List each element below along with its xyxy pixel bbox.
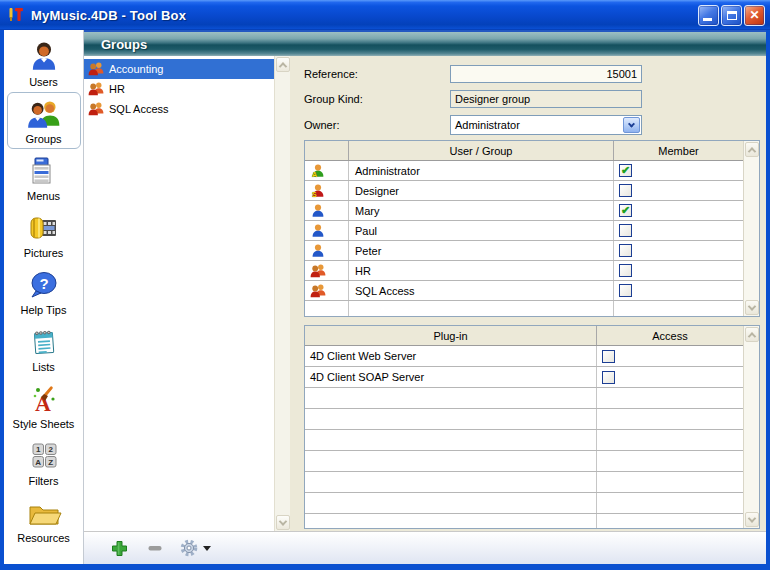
help-tips-icon: ? [27,267,61,303]
group-list-item[interactable]: SQL Access [84,99,274,119]
sidebar-item-pictures[interactable]: Pictures [7,206,81,263]
member-checkbox[interactable]: ✔ [619,284,632,297]
scroll-down-button[interactable] [745,300,759,315]
sidebar-item-style-sheets[interactable]: A Style Sheets [7,377,81,434]
minus-icon [147,540,163,556]
svg-text:?: ? [39,275,48,292]
member-checkbox[interactable]: ✔ [619,204,632,217]
group-list-item[interactable]: Accounting [84,59,274,79]
column-header-user-group: User / Group [349,141,614,160]
group-name: SQL Access [109,103,169,115]
access-checkbox[interactable]: ✔ [602,350,615,363]
group-icon [88,101,104,117]
sidebar-item-label: Filters [29,475,59,487]
member-row[interactable]: Mary ✔ [305,201,743,221]
member-name: Designer [349,181,614,200]
member-row[interactable]: A Administrator ✔ [305,161,743,181]
sidebar-item-resources[interactable]: Resources [7,491,81,548]
window-body: Users Groups [4,30,766,564]
groups-list-scrollbar[interactable] [274,56,290,531]
scroll-down-button[interactable] [276,515,290,530]
user-icon [310,223,326,239]
resources-icon [26,495,62,531]
group-kind-field[interactable]: Designer group [450,90,642,108]
remove-group-button[interactable] [143,536,167,560]
groups-list-panel: Accounting HR SQL Access [84,56,290,531]
plus-icon [111,540,128,557]
sidebar-item-lists[interactable]: Lists [7,320,81,377]
actions-menu-button[interactable] [179,538,211,558]
member-checkbox[interactable]: ✔ [619,224,632,237]
chevron-down-icon[interactable] [623,117,640,133]
minimize-button[interactable] [698,5,719,26]
svg-text:2: 2 [48,445,53,454]
add-group-button[interactable] [107,536,131,560]
owner-value: Administrator [452,119,520,131]
owner-label: Owner: [304,119,450,131]
member-name: SQL Access [349,281,614,300]
window-title: MyMusic.4DB - Tool Box [31,8,698,23]
access-checkbox[interactable]: ✔ [602,371,615,384]
plugins-table-header: Plug-in Access [305,326,743,346]
group-detail-panel: Reference: 15001 Group Kind: Designer gr… [290,56,766,531]
scroll-up-button[interactable] [745,142,759,157]
member-name: Paul [349,221,614,240]
sidebar-item-label: Users [29,76,58,88]
bottom-toolbar [84,531,766,564]
plugin-row[interactable]: 4D Client SOAP Server ✔ [305,367,743,388]
sidebar-item-label: Pictures [24,247,64,259]
svg-text:A: A [35,458,41,467]
reference-field[interactable]: 15001 [450,65,642,83]
reference-value: 15001 [606,68,637,80]
member-row[interactable]: SQL Access ✔ [305,281,743,301]
scroll-down-button[interactable] [745,512,759,527]
member-row[interactable]: Peter ✔ [305,241,743,261]
sidebar-item-help-tips[interactable]: ? Help Tips [7,263,81,320]
sidebar-item-label: Menus [27,190,60,202]
group-icon [88,81,104,97]
group-kind-label: Group Kind: [304,93,450,105]
user-badge: S [312,191,317,198]
members-table: User / Group Member A Administrator ✔ S … [304,140,760,317]
members-table-scrollbar[interactable] [743,141,759,316]
toolbox-icon [7,6,25,24]
filters-icon: 12 AZ [28,438,60,474]
section-header: Groups [84,30,766,56]
maximize-button[interactable] [721,5,742,26]
group-icon [310,283,326,299]
pictures-icon [27,210,61,246]
member-row[interactable]: S Designer ✔ [305,181,743,201]
section-title: Groups [101,37,147,52]
style-sheets-icon: A [27,381,61,417]
sidebar-item-groups[interactable]: Groups [7,92,81,149]
member-checkbox[interactable]: ✔ [619,244,632,257]
group-icon [88,61,104,77]
member-checkbox[interactable]: ✔ [619,184,632,197]
lists-icon [28,324,60,360]
groups-list: Accounting HR SQL Access [84,56,274,531]
member-row[interactable]: HR ✔ [305,261,743,281]
close-button[interactable]: ✕ [744,5,765,26]
sidebar-item-menus[interactable]: Menus [7,149,81,206]
plugins-table-scrollbar[interactable] [743,326,759,528]
member-checkbox[interactable]: ✔ [619,164,632,177]
member-row[interactable]: Paul ✔ [305,221,743,241]
dropdown-arrow-icon [203,546,211,551]
sidebar-item-filters[interactable]: 12 AZ Filters [7,434,81,491]
title-bar[interactable]: MyMusic.4DB - Tool Box ✕ [0,0,770,30]
main-area: Groups Accounting HR [84,30,766,564]
scroll-up-button[interactable] [276,57,290,72]
plugin-name: 4D Client SOAP Server [305,367,597,387]
owner-select[interactable]: Administrator [450,115,642,135]
member-checkbox[interactable]: ✔ [619,264,632,277]
plugin-row[interactable]: 4D Client Web Server ✔ [305,346,743,367]
menus-icon [29,153,59,189]
sidebar-item-users[interactable]: Users [7,35,81,92]
plugins-table: Plug-in Access 4D Client Web Server ✔ 4D… [304,325,760,529]
member-name: Peter [349,241,614,260]
gear-icon [179,538,199,558]
column-header-plugin: Plug-in [305,326,597,345]
member-name: Mary [349,201,614,220]
group-list-item[interactable]: HR [84,79,274,99]
scroll-up-button[interactable] [745,327,759,342]
